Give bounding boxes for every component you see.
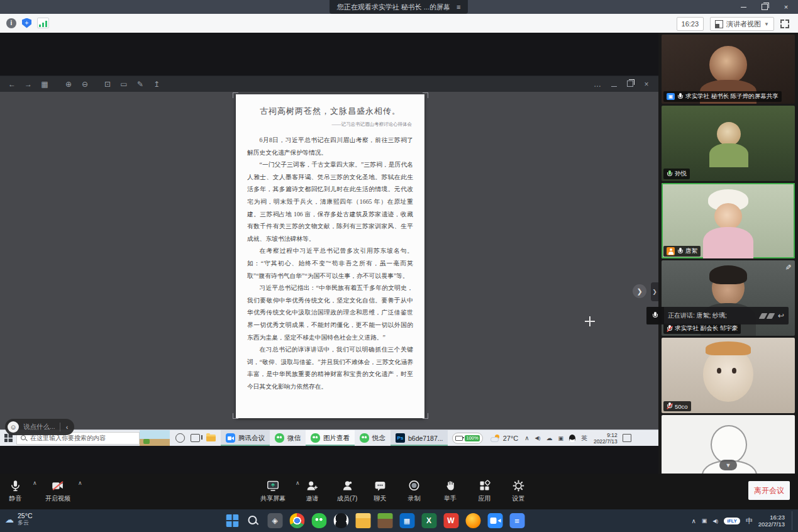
- tray-chevron-up-icon[interactable]: ∧: [524, 435, 529, 441]
- weather-widget[interactable]: ☁ 25°C 多云: [5, 512, 32, 526]
- leave-meeting-button[interactable]: 离开会议: [748, 481, 790, 500]
- news-widget-thumbnail[interactable]: [140, 430, 170, 446]
- taskbar-clock[interactable]: 9:12 2022/7/13: [594, 432, 618, 445]
- raise-hand-button[interactable]: 举手: [444, 479, 457, 503]
- network-signal-icon[interactable]: [37, 18, 49, 28]
- zoom-out-icon[interactable]: ⊖: [77, 80, 93, 89]
- file-explorer-icon[interactable]: [355, 513, 370, 528]
- video-options-caret[interactable]: ∧: [78, 480, 82, 486]
- members-button[interactable]: 成员(7): [337, 479, 357, 503]
- qq-icon[interactable]: [333, 513, 348, 528]
- participant-video-1[interactable]: ▣ 求实学社 秘书长 陈子烨的屏幕共享: [662, 35, 795, 104]
- annotation-pen-icon[interactable]: [767, 313, 775, 319]
- start-button[interactable]: [226, 514, 238, 527]
- task-view-icon[interactable]: [191, 434, 200, 442]
- viewer-restore-icon[interactable]: [622, 80, 638, 89]
- minecraft-icon[interactable]: [377, 513, 392, 528]
- file-explorer-icon[interactable]: [206, 435, 216, 441]
- more-icon[interactable]: …: [589, 80, 606, 89]
- document-page: 古祠高树两苍然，文脉昌盛永相传。 ——记习总书记眉山考察讨论心得体会 6月8日，…: [236, 94, 424, 418]
- share-screen-button[interactable]: 共享屏幕: [260, 479, 285, 503]
- taskbar-app-photoshop[interactable]: Ps b6de7187...: [391, 430, 448, 446]
- show-desktop-button[interactable]: [792, 511, 794, 530]
- edit-icon[interactable]: ✎: [132, 80, 148, 89]
- mute-button[interactable]: 静音: [9, 479, 22, 503]
- calculator-icon[interactable]: [399, 513, 414, 528]
- start-video-button[interactable]: 开启视频: [45, 479, 70, 503]
- cloud-icon[interactable]: ☁: [546, 435, 552, 441]
- meeting-info-icon[interactable]: i: [6, 18, 16, 28]
- chrome-icon[interactable]: [289, 513, 304, 528]
- view-mode-dropdown[interactable]: 演讲者视图 ▼: [710, 17, 774, 31]
- photoshop-icon: Ps: [396, 433, 405, 443]
- monitor-icon[interactable]: ▣: [702, 518, 707, 524]
- actual-size-icon[interactable]: ⊡: [99, 80, 116, 89]
- forward-icon[interactable]: →: [20, 80, 36, 89]
- emoji-icon[interactable]: ☺: [8, 421, 19, 433]
- undo-icon[interactable]: ↩: [778, 311, 784, 320]
- zoom-in-icon[interactable]: ⊕: [60, 80, 77, 89]
- chat-button[interactable]: 聊天: [374, 479, 387, 503]
- record-button[interactable]: 录制: [407, 479, 421, 503]
- volume-icon[interactable]: ◀): [712, 518, 718, 524]
- battery-widget[interactable]: 100%: [452, 433, 482, 444]
- back-icon[interactable]: ←: [4, 80, 20, 89]
- minimize-button[interactable]: [735, 1, 751, 13]
- export-icon[interactable]: ↥: [148, 80, 165, 89]
- input-language-indicator[interactable]: 中: [746, 516, 753, 526]
- meeting-topbar: i + 16:23 演讲者视图 ▼: [0, 14, 798, 33]
- quick-chat-bar[interactable]: ☺ 说点什么... ‹: [5, 419, 74, 435]
- close-button[interactable]: ×: [778, 1, 794, 13]
- taskbar-app-image-viewer[interactable]: 图片查看: [306, 430, 355, 446]
- scroll-participants-down-button[interactable]: ▼: [719, 460, 737, 470]
- wechat-icon[interactable]: [311, 513, 326, 528]
- docs-icon[interactable]: [509, 513, 524, 528]
- fullscreen-icon[interactable]: [780, 19, 789, 28]
- viewer-minimize-icon[interactable]: [606, 80, 622, 89]
- share-options-caret[interactable]: ∧: [296, 480, 300, 486]
- next-page-button[interactable]: ❯: [633, 284, 646, 298]
- browser-icon[interactable]: [465, 513, 480, 528]
- wps-icon[interactable]: [443, 513, 458, 528]
- apps-button[interactable]: 应用: [478, 479, 491, 503]
- sidebar-collapse-handle[interactable]: ❯: [651, 282, 658, 301]
- ifly-ime-badge[interactable]: iFLY: [724, 518, 740, 524]
- taskbar-app-yuenian[interactable]: 悦念: [355, 430, 391, 446]
- participant-label: 50co: [663, 401, 691, 411]
- invite-button[interactable]: 邀请: [306, 479, 319, 503]
- restore-button[interactable]: [756, 1, 773, 13]
- collapse-chat-icon[interactable]: ‹: [65, 423, 72, 431]
- tencent-meeting-icon[interactable]: [487, 513, 502, 528]
- monitor-icon[interactable]: ▣: [558, 435, 563, 441]
- excel-icon[interactable]: [421, 513, 436, 528]
- settings-button[interactable]: 设置: [512, 479, 525, 503]
- taskbar-app-tencent-meeting[interactable]: 腾讯会议: [221, 430, 270, 446]
- tray-chevron-up-icon[interactable]: ∧: [692, 518, 696, 524]
- chat-input-placeholder[interactable]: 说点什么...: [23, 423, 55, 431]
- volume-icon[interactable]: ◀): [535, 435, 541, 441]
- action-center-icon[interactable]: [623, 434, 631, 442]
- taskbar-clock[interactable]: 16:23 2022/7/13: [758, 514, 785, 528]
- participant-video-4[interactable]: ✎ 求实学社 副会长 邹宇豪: [662, 260, 795, 336]
- crop-corner-mark: [233, 92, 238, 98]
- mic-options-caret[interactable]: ∧: [33, 480, 37, 486]
- partly-cloudy-icon: [491, 435, 501, 441]
- shield-icon[interactable]: +: [22, 18, 31, 28]
- thumbnails-icon[interactable]: ▦: [36, 80, 53, 89]
- watching-banner[interactable]: 您正在观看求实学社 秘书长 ...的屏幕 ≡: [330, 0, 468, 14]
- participant-video-3[interactable]: 唐絮: [662, 183, 795, 258]
- participant-video-5[interactable]: 50co: [662, 338, 795, 413]
- taskbar-app-icon[interactable]: [267, 513, 282, 528]
- viewer-canvas: 古祠高树两苍然，文脉昌盛永相传。 ——记习总书记眉山考察讨论心得体会 6月8日，…: [0, 92, 658, 445]
- participant-video-2[interactable]: 孙悦: [662, 106, 795, 181]
- input-language-indicator[interactable]: 英: [581, 434, 587, 443]
- qq-icon[interactable]: [569, 435, 575, 442]
- search-icon[interactable]: [245, 513, 260, 528]
- taskbar-app-wechat[interactable]: 微信: [270, 430, 306, 446]
- crop-icon[interactable]: ▭: [116, 80, 132, 89]
- cortana-icon[interactable]: [175, 433, 185, 443]
- search-icon: [21, 435, 26, 441]
- weather-widget[interactable]: 27°C: [491, 435, 519, 442]
- viewer-close-icon[interactable]: ×: [638, 80, 655, 89]
- banner-menu-icon[interactable]: ≡: [457, 3, 460, 11]
